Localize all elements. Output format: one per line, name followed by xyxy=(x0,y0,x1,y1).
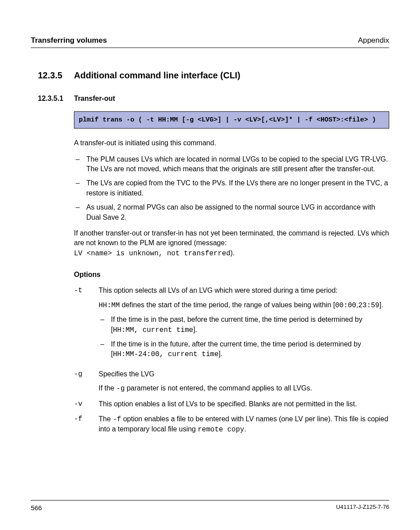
g-sub-pre: If the xyxy=(99,384,116,392)
option-row-f: -f The -f option enables a file to be en… xyxy=(74,414,389,435)
option-desc: This option selects all LVs of an LVG wh… xyxy=(99,286,389,295)
page-number: 566 xyxy=(31,503,42,512)
range-tail: ]. xyxy=(379,301,383,309)
option-desc: This option enables a list of LVs to be … xyxy=(99,399,389,409)
section-title: Additional command line interface (CLI) xyxy=(74,69,240,81)
page-header: Transferring volumes Appendix xyxy=(31,35,389,48)
header-chapter: Appendix xyxy=(358,35,389,46)
range-start: 00:00 xyxy=(335,302,356,309)
dash-icon: – xyxy=(74,178,86,198)
g-sub-code: -g xyxy=(116,385,125,393)
option-time-range: HH:MM defines the start of the time peri… xyxy=(99,300,389,310)
option-body: Specifies the LVG If the -g parameter is… xyxy=(99,369,389,394)
section-heading: 12.3.5 Additional command line interface… xyxy=(38,69,389,81)
option-body: The -f option enables a file to be enter… xyxy=(99,414,389,435)
range-end: 23:59 xyxy=(358,302,379,309)
f-pre: The xyxy=(99,415,113,423)
list-item-text: If the time is in the past, before the c… xyxy=(111,315,389,335)
dash-icon: – xyxy=(74,202,86,222)
option-row-t: -t This option selects all LVs of an LVG… xyxy=(74,286,389,364)
option-flag: -t xyxy=(74,286,99,364)
subsection-number: 12.3.5.1 xyxy=(38,94,74,103)
option-desc: Specifies the LVG xyxy=(99,369,389,379)
dash-icon: – xyxy=(99,339,111,360)
nested-code: HH:MM-24:00, current time xyxy=(113,350,218,358)
options-heading: Options xyxy=(74,270,389,280)
list-item: – As usual, 2 normal PVGs can also be as… xyxy=(74,202,389,222)
rejection-message-code: LV <name> is unknown, not transferred xyxy=(74,250,230,258)
bullet-list: – The PLM causes LVs which are located i… xyxy=(74,155,389,222)
option-row-v: -v This option enables a list of LVs to … xyxy=(74,399,389,409)
list-item-text: The PLM causes LVs which are located in … xyxy=(86,155,389,174)
list-item: – If the time is in the future, after th… xyxy=(99,339,389,360)
subsection-title: Transfer-out xyxy=(74,94,115,103)
g-sub-tail: parameter is not entered, the command ap… xyxy=(125,384,312,392)
hhmm-text: defines the start of the time period, th… xyxy=(120,301,335,309)
list-item-text: The LVs are copied from the TVC to the P… xyxy=(86,178,389,198)
document-id: U41117-J-Z125-7-76 xyxy=(336,503,389,512)
page-footer: 566 U41117-J-Z125-7-76 xyxy=(31,500,389,512)
dash-icon: – xyxy=(99,315,111,335)
list-item: – The PLM causes LVs which are located i… xyxy=(74,155,389,174)
option-row-g: -g Specifies the LVG If the -g parameter… xyxy=(74,369,389,394)
subsection-heading: 12.3.5.1 Transfer-out xyxy=(38,94,389,103)
rejection-paragraph: If another transfer-out or transfer-in h… xyxy=(74,228,389,258)
rejection-line1: If another transfer-out or transfer-in h… xyxy=(74,229,389,247)
option-body: This option selects all LVs of an LVG wh… xyxy=(99,286,389,364)
list-item: – The LVs are copied from the TVC to the… xyxy=(74,178,389,198)
f-tail: . xyxy=(244,425,246,433)
intro-paragraph: A transfer-out is initiated using this c… xyxy=(74,138,389,148)
dash-icon: – xyxy=(74,155,86,174)
header-section-title: Transferring volumes xyxy=(31,35,107,46)
command-syntax-box: plmif trans -o ( -t HH:MM [-g <LVG>] | -… xyxy=(74,111,389,129)
list-item: – If the time is in the past, before the… xyxy=(99,315,389,335)
rejection-tail: ). xyxy=(230,249,235,257)
list-item-text: If the time is in the future, after the … xyxy=(111,339,389,360)
option-g-sub: If the -g parameter is not entered, the … xyxy=(99,383,389,394)
nested-tail: ]. xyxy=(193,326,197,333)
f-code2: remote copy xyxy=(198,426,244,434)
f-code1: -f xyxy=(113,416,121,423)
hhmm-code: HH:MM xyxy=(99,302,120,309)
list-item-text: As usual, 2 normal PVGs can also be assi… xyxy=(86,202,389,222)
option-flag: -g xyxy=(74,369,99,394)
option-flag: -v xyxy=(74,399,99,409)
section-number: 12.3.5 xyxy=(38,69,74,81)
option-nested-list: – If the time is in the past, before the… xyxy=(99,315,389,360)
nested-code: HH:MM, current time xyxy=(113,326,193,334)
option-body: This option enables a list of LVs to be … xyxy=(99,399,389,409)
nested-tail: ]. xyxy=(219,350,223,357)
option-flag: -f xyxy=(74,414,99,435)
body-content: plmif trans -o ( -t HH:MM [-g <LVG>] | -… xyxy=(74,111,389,435)
